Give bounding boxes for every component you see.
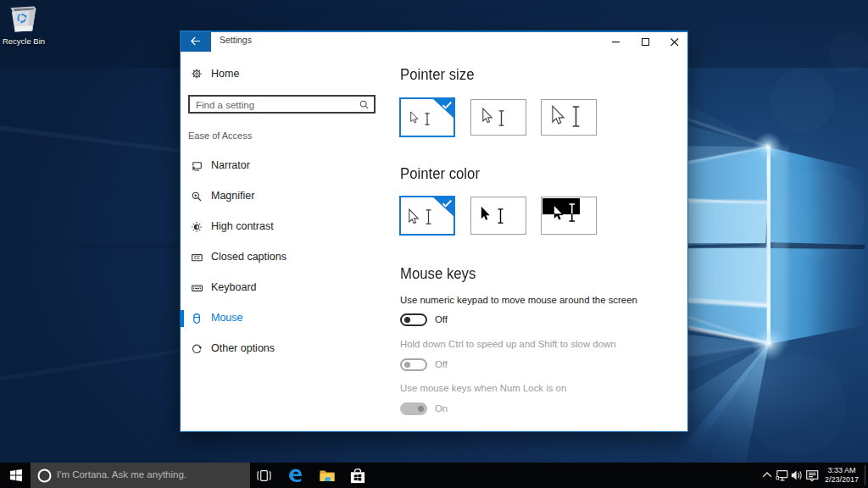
svg-text:CC: CC	[194, 256, 200, 260]
